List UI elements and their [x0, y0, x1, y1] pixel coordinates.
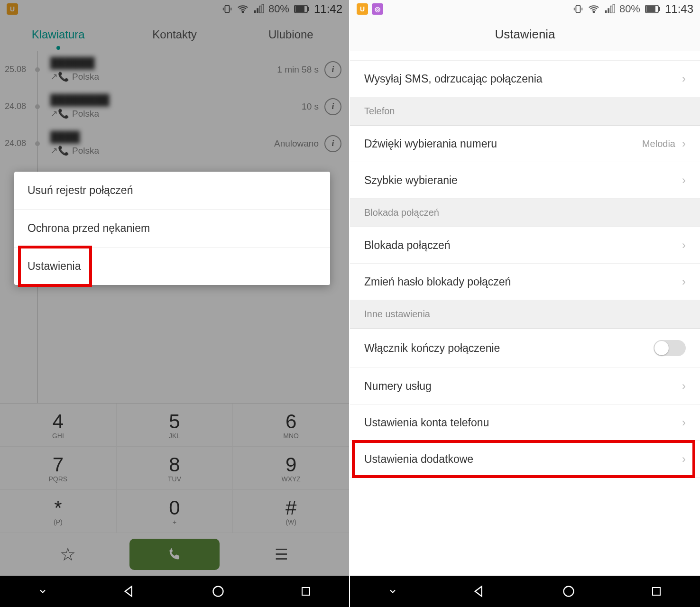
chevron-right-icon: ›: [682, 379, 686, 393]
svg-rect-14: [576, 6, 580, 13]
svg-rect-0: [225, 6, 229, 13]
signal-icon: [604, 4, 615, 14]
vibrate-icon: [222, 4, 232, 14]
tab-contacts[interactable]: Kontakty: [116, 28, 232, 41]
section-header-other: Inne ustawienia: [350, 300, 700, 329]
svg-rect-4: [254, 10, 256, 13]
vibrate-icon: [573, 4, 583, 14]
nav-expand-icon[interactable]: [388, 587, 397, 596]
setting-speed-dial[interactable]: Szybkie wybieranie ›: [350, 162, 700, 199]
app-icon: U: [357, 3, 368, 15]
nav-bar: [0, 576, 349, 607]
svg-rect-5: [257, 8, 258, 13]
setting-power-ends-call[interactable]: Włącznik kończy połączenie: [350, 329, 700, 368]
outgoing-icon: ↗📞: [50, 108, 69, 119]
tab-favorites[interactable]: Ulubione: [233, 28, 349, 41]
setting-dial-sounds[interactable]: Dźwięki wybierania numeru Melodia ›: [350, 126, 700, 162]
app-icon-2: ◎: [372, 3, 383, 15]
svg-rect-6: [259, 6, 261, 13]
setting-sms-reject[interactable]: Wysyłaj SMS, odrzucając połączenia ›: [350, 61, 700, 97]
toggle-switch[interactable]: [654, 340, 686, 356]
tab-keypad[interactable]: Klawiatura: [0, 28, 116, 41]
call-date: 24.08: [5, 101, 26, 111]
info-icon[interactable]: i: [324, 61, 341, 78]
svg-point-17: [593, 11, 594, 13]
call-duration: 1 min 58 s: [277, 64, 319, 75]
svg-rect-19: [608, 8, 609, 13]
call-date: 25.08: [5, 64, 26, 74]
page-title: Ustawienia: [495, 27, 555, 42]
battery-icon: [294, 5, 309, 13]
wifi-icon: [588, 3, 599, 15]
cut-off-text: [350, 51, 700, 61]
call-date: 24.08: [5, 138, 26, 148]
svg-rect-10: [308, 7, 309, 11]
title-bar: Ustawienia: [350, 18, 700, 51]
nav-back-icon[interactable]: [473, 585, 486, 598]
chevron-right-icon: ›: [682, 137, 686, 150]
caller-name: ████: [50, 131, 274, 143]
call-log-row[interactable]: 24.08 ████ ↗📞Polska Anulowano i: [43, 125, 349, 162]
chevron-right-icon: ›: [682, 239, 686, 252]
svg-rect-24: [659, 7, 660, 11]
svg-rect-23: [646, 6, 655, 12]
status-time: 11:42: [314, 2, 342, 16]
dial-key-4[interactable]: 4GHI: [0, 404, 117, 446]
dial-key-8[interactable]: 8TUV: [117, 447, 233, 489]
dial-key-7[interactable]: 7PQRS: [0, 447, 117, 489]
setting-phone-account[interactable]: Ustawienia konta telefonu ›: [350, 405, 700, 441]
caller-name: ████████: [50, 94, 302, 106]
setting-service-numbers[interactable]: Numery usług ›: [350, 368, 700, 405]
call-log-row[interactable]: 25.08 ██████ ↗📞Polska 1 min 58 s i: [43, 51, 349, 88]
svg-point-26: [563, 587, 573, 597]
favorite-button[interactable]: ☆: [14, 544, 121, 565]
chevron-right-icon: ›: [682, 72, 686, 85]
svg-rect-27: [653, 588, 660, 595]
svg-rect-7: [262, 4, 264, 13]
section-header-phone: Telefon: [350, 97, 700, 126]
setting-call-blocking[interactable]: Blokada połączeń ›: [350, 227, 700, 264]
dialpad: 4GHI 5JKL 6MNO 7PQRS 8TUV 9WXYZ *(P) 0+ …: [0, 403, 349, 576]
svg-rect-13: [302, 588, 310, 595]
wifi-icon: [237, 3, 249, 15]
call-duration: Anulowano: [274, 138, 319, 149]
info-icon[interactable]: i: [324, 135, 341, 152]
chevron-right-icon: ›: [682, 275, 686, 288]
settings-list[interactable]: Wysyłaj SMS, odrzucając połączenia › Tel…: [350, 51, 700, 576]
info-icon[interactable]: i: [324, 98, 341, 115]
section-header-block: Blokada połączeń: [350, 199, 700, 227]
nav-recent-icon[interactable]: [300, 586, 312, 597]
svg-marker-11: [125, 587, 131, 597]
dial-key-5[interactable]: 5JKL: [117, 404, 233, 446]
svg-point-3: [242, 11, 243, 13]
dial-key-hash[interactable]: #(W): [233, 490, 349, 533]
caller-name: ██████: [50, 57, 277, 69]
battery-icon: [645, 5, 660, 13]
call-duration: 10 s: [302, 101, 319, 112]
setting-change-block-password[interactable]: Zmień hasło blokady połączeń ›: [350, 264, 700, 300]
dial-key-0[interactable]: 0+: [117, 490, 233, 533]
setting-additional[interactable]: Ustawienia dodatkowe ›: [350, 441, 700, 478]
nav-home-icon[interactable]: [212, 585, 225, 598]
dial-key-star[interactable]: *(P): [0, 490, 117, 533]
signal-icon: [253, 4, 264, 14]
nav-recent-icon[interactable]: [651, 586, 662, 597]
popup-delete-log[interactable]: Usuń rejestr połączeń: [14, 172, 330, 210]
nav-expand-icon[interactable]: [38, 587, 47, 596]
dial-key-9[interactable]: 9WXYZ: [233, 447, 349, 489]
status-bar: U 80% 11:42: [0, 0, 349, 18]
popup-harassment-protection[interactable]: Ochrona przed nękaniem: [14, 210, 330, 248]
svg-point-12: [213, 587, 223, 597]
menu-button[interactable]: ☰: [228, 545, 335, 563]
svg-marker-25: [475, 587, 482, 597]
svg-rect-20: [610, 6, 612, 13]
nav-back-icon[interactable]: [123, 585, 136, 598]
status-bar: U ◎ 80% 11:43: [350, 0, 700, 18]
dial-key-6[interactable]: 6MNO: [233, 404, 349, 446]
popup-settings[interactable]: Ustawienia: [14, 248, 330, 285]
call-button[interactable]: [121, 539, 228, 570]
nav-home-icon[interactable]: [562, 585, 575, 598]
call-log-row[interactable]: 24.08 ████████ ↗📞Polska 10 s i: [43, 88, 349, 125]
svg-rect-18: [605, 10, 607, 13]
chevron-right-icon: ›: [682, 416, 686, 429]
